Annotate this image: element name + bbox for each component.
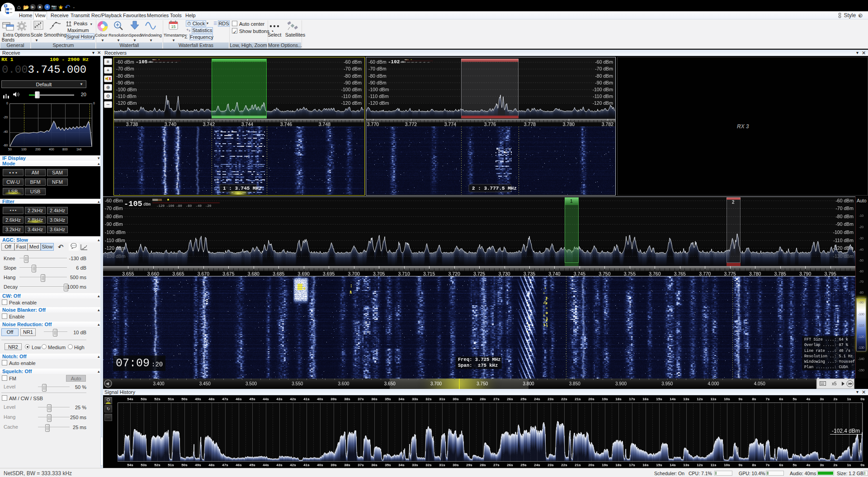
svg-text:15: 15 xyxy=(171,24,175,29)
